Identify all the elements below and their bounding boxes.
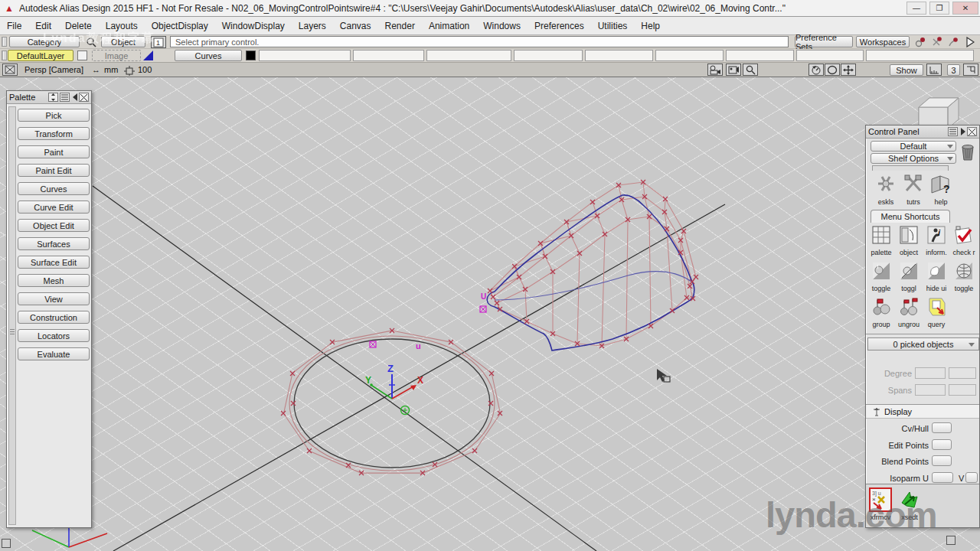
category-button[interactable]: Category <box>9 36 80 47</box>
toolbar-grip[interactable] <box>2 37 7 47</box>
red-tool-icon-1[interactable] <box>913 36 927 48</box>
palette-tab-mesh[interactable]: Mesh <box>18 274 90 287</box>
layer-checkbox[interactable] <box>77 51 87 60</box>
layer-slot-7[interactable] <box>726 50 794 61</box>
shelf-item-eskls[interactable]: eskls <box>872 173 900 206</box>
palette-close-icon[interactable] <box>79 93 89 102</box>
layer-toolbar-grip[interactable] <box>2 51 7 60</box>
camera-icon[interactable] <box>707 64 723 76</box>
layer-slot-8[interactable] <box>796 50 864 61</box>
expand-right-icon[interactable] <box>961 128 965 135</box>
menu-item-windows[interactable]: Windows <box>476 18 528 34</box>
menu-item-preferences[interactable]: Preferences <box>528 18 591 34</box>
palette-tab-pick[interactable]: Pick <box>18 109 90 122</box>
picked-objects-dropdown[interactable]: 0 picked objects <box>867 337 979 350</box>
shelf-select-dropdown[interactable]: Default <box>871 141 956 152</box>
prompt-line[interactable]: Select primary control. <box>170 36 789 47</box>
circle-template-icon[interactable] <box>825 64 840 76</box>
minimize-button[interactable]: — <box>906 2 926 15</box>
control-panel-close-icon[interactable] <box>967 127 977 136</box>
image-plane-triangle-icon[interactable] <box>143 51 153 60</box>
layer-slot-2[interactable] <box>353 50 424 61</box>
red-tool-icon-2[interactable] <box>929 36 943 48</box>
palette-tab-surface-edit[interactable]: Surface Edit <box>18 256 90 269</box>
palette-tab-curve-edit[interactable]: Curve Edit <box>18 201 90 214</box>
spans-field-u[interactable] <box>915 384 946 396</box>
display-section-header[interactable]: Display <box>866 404 979 419</box>
shortcut-query[interactable]: query <box>923 297 950 328</box>
edit-points-checkbox[interactable] <box>932 439 952 450</box>
view-close-icon[interactable] <box>2 64 18 76</box>
menu-item-render[interactable]: Render <box>378 18 422 34</box>
layer-count-button[interactable]: 3 <box>947 64 960 76</box>
resize-vertical-icon[interactable] <box>48 93 58 102</box>
palette-tab-locators[interactable]: Locators <box>18 329 90 342</box>
palette-menu-icon[interactable] <box>60 93 70 102</box>
corner-window-icon[interactable] <box>963 64 978 76</box>
film-camera-icon[interactable] <box>726 64 741 76</box>
control-panel-menu-icon[interactable] <box>948 127 958 136</box>
comb-display-icon[interactable] <box>926 64 942 76</box>
menu-item-edit[interactable]: Edit <box>28 18 58 34</box>
palette-tab-object-edit[interactable]: Object Edit <box>18 219 90 232</box>
isoparm-v-checkbox[interactable] <box>965 472 978 483</box>
gauge-icon[interactable] <box>808 64 824 76</box>
layer-slot-1[interactable] <box>259 50 351 61</box>
layer-slot-9[interactable] <box>866 50 974 61</box>
preference-sets-button[interactable]: Preference Sets <box>795 36 853 47</box>
palette-tab-paint[interactable]: Paint <box>18 145 90 158</box>
shortcut-group[interactable]: group <box>867 297 895 328</box>
layer-slot-5[interactable] <box>585 50 653 61</box>
palette-tab-construction[interactable]: Construction <box>18 311 90 324</box>
shortcut-hide-ui[interactable]: hide ui <box>923 261 950 292</box>
close-button[interactable]: ✕ <box>952 2 978 15</box>
shelf-options-dropdown[interactable]: Shelf Options <box>871 153 956 164</box>
lister-icon[interactable]: 1 <box>151 36 166 48</box>
expand-arrow-icon[interactable] <box>963 36 977 48</box>
shortcut-toggle-wire[interactable]: toggl <box>895 261 923 292</box>
degree-field-v[interactable] <box>949 367 976 379</box>
palette-tab-view[interactable]: View <box>18 292 90 305</box>
trash-icon[interactable] <box>959 141 977 165</box>
restore-button[interactable]: ❐ <box>929 2 949 15</box>
shortcut-object[interactable]: object <box>895 225 923 256</box>
shelf-item-xsedt[interactable] <box>898 487 921 512</box>
spans-field-v[interactable] <box>949 384 976 396</box>
viewport-corner-grip-left[interactable] <box>2 539 11 548</box>
cvhull-checkbox[interactable] <box>932 422 952 433</box>
menu-item-delete[interactable]: Delete <box>58 18 99 34</box>
palette-tab-paint-edit[interactable]: Paint Edit <box>18 164 90 177</box>
palette-tab-transform[interactable]: Transform <box>18 127 90 140</box>
object-button[interactable]: Object <box>101 36 145 47</box>
degree-field-u[interactable] <box>915 367 946 379</box>
menu-item-canvas[interactable]: Canvas <box>333 18 378 34</box>
shortcut-palette[interactable]: palette <box>867 225 895 256</box>
collapse-left-icon[interactable] <box>73 93 77 101</box>
menu-item-help[interactable]: Help <box>634 18 667 34</box>
layer-slot-4[interactable] <box>514 50 583 61</box>
palette-header[interactable]: Palette <box>7 91 91 104</box>
shortcut-check-render[interactable]: check r <box>950 225 978 256</box>
default-layer-button[interactable]: DefaultLayer <box>8 50 74 61</box>
clipped-tab[interactable] <box>872 165 949 171</box>
image-button[interactable]: Image <box>92 50 141 61</box>
layer-color-swatch[interactable] <box>246 51 256 60</box>
shortcut-toggle-shade[interactable]: toggle <box>867 261 895 292</box>
show-button[interactable]: Show <box>890 64 923 76</box>
menu-item-animation[interactable]: Animation <box>422 18 476 34</box>
shortcut-toggle-globe[interactable]: toggle <box>950 261 978 292</box>
shortcut-ungroup[interactable]: ungrou <box>895 297 923 328</box>
menu-item-layouts[interactable]: Layouts <box>99 18 145 34</box>
palette-tab-curves[interactable]: Curves <box>18 182 90 195</box>
viewport-corner-grip-right[interactable] <box>946 536 956 545</box>
perspective-viewport[interactable] <box>0 77 980 551</box>
search-icon[interactable] <box>84 36 98 48</box>
control-panel-header[interactable]: Control Panel <box>866 126 979 139</box>
palette-scrollbar[interactable] <box>8 106 16 525</box>
menu-item-file[interactable]: File <box>0 18 28 34</box>
blend-points-checkbox[interactable] <box>932 455 952 466</box>
shelf-item-help[interactable]: ? help <box>927 173 955 206</box>
red-tool-icon-3[interactable] <box>946 36 959 48</box>
workspaces-button[interactable]: Workspaces <box>856 36 910 47</box>
magnifier-icon[interactable] <box>743 64 758 76</box>
